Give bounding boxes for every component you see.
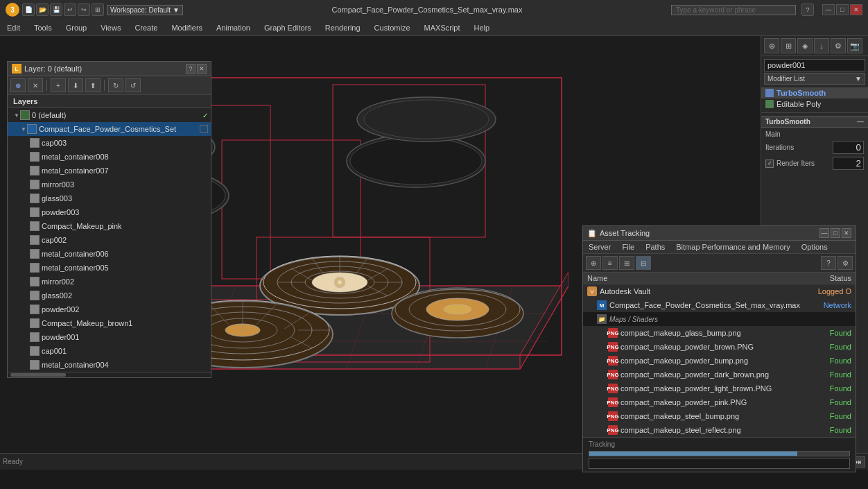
asset-minimize[interactable]: —	[819, 228, 829, 238]
list-item[interactable]: Compact_Makeup_brown1	[8, 316, 211, 330]
rp-icon-1[interactable]: ⊕	[764, 38, 779, 53]
tb-undo[interactable]: ↩	[64, 3, 76, 16]
asset-menu-bitmap[interactable]: Bitmap Performance and Memory	[673, 242, 792, 252]
list-item[interactable]: powder001	[8, 330, 211, 344]
menu-help[interactable]: Help	[467, 19, 497, 35]
asset-row[interactable]: PNG compact_makeup_powder_bump.png Found	[583, 354, 856, 368]
rp-icon-6[interactable]: 📷	[847, 38, 862, 53]
layers-scrollbar[interactable]	[8, 372, 211, 377]
layers-list[interactable]: ▼ 0 (default) ✓ ▼ Compact_Face_Powder_Co…	[8, 108, 211, 372]
asset-row[interactable]: PNG compact_makeup_steel_bump.png Found	[583, 409, 856, 423]
asset-tool-1[interactable]: ⊕	[586, 256, 601, 270]
list-item[interactable]: glass003	[8, 191, 211, 205]
layers-tool-ccw[interactable]: ↺	[125, 78, 141, 92]
tb-save[interactable]: 💾	[50, 3, 62, 16]
layers-tool-delete[interactable]: ✕	[28, 78, 43, 92]
layers-tool-add[interactable]: +	[51, 78, 66, 92]
rp-icon-3[interactable]: ◈	[797, 38, 813, 53]
list-item[interactable]: mirror003	[8, 178, 211, 191]
asset-row[interactable]: PNG compact_makeup_powder_dark_brown.png…	[583, 368, 856, 381]
menu-customize[interactable]: Customize	[367, 19, 417, 35]
layer-checkbox[interactable]	[200, 125, 208, 133]
list-item[interactable]: glass002	[8, 289, 211, 302]
tb-select[interactable]: ⊞	[92, 3, 104, 16]
asset-row-category[interactable]: 📁 Maps / Shaders	[583, 312, 856, 326]
mesh-icon	[30, 360, 40, 370]
asset-row[interactable]: PNG compact_makeup_steel_reflect.png Fou…	[583, 423, 856, 437]
asset-close[interactable]: ✕	[842, 228, 851, 238]
asset-row[interactable]: PNG compact_makeup_glass_bump.png Found	[583, 326, 856, 340]
rp-icon-5[interactable]: ⚙	[831, 38, 846, 53]
workspace-selector[interactable]: Workspace: Default ▼	[107, 5, 183, 15]
asset-tool-3[interactable]: ⊞	[619, 256, 634, 270]
turbosmooth-section[interactable]: TurboSmooth —	[761, 116, 868, 128]
asset-menu-server[interactable]: Server	[586, 242, 614, 252]
tb-new[interactable]: 📄	[22, 3, 35, 16]
object-name-input[interactable]	[764, 59, 865, 71]
menu-create[interactable]: Create	[128, 19, 164, 35]
modifier-list-dropdown[interactable]: Modifier List ▼	[764, 73, 865, 85]
list-item[interactable]: metal_container004	[8, 358, 211, 372]
render-iters-checkbox[interactable]: ✓	[765, 160, 774, 168]
toolbar-help[interactable]: ?	[801, 3, 814, 16]
iterations-input[interactable]	[833, 141, 864, 154]
list-item[interactable]: mirror002	[8, 275, 211, 289]
menu-modifiers[interactable]: Modifiers	[164, 19, 209, 35]
layers-help-btn[interactable]: ?	[186, 64, 196, 74]
list-item[interactable]: metal_container008	[8, 150, 211, 164]
modifier-editable-poly[interactable]: Editable Poly	[761, 98, 868, 110]
menu-tools[interactable]: Tools	[27, 19, 59, 35]
layers-tool-select[interactable]: ⊕	[10, 78, 26, 92]
list-item[interactable]: metal_container006	[8, 247, 211, 261]
list-item[interactable]: metal_container005	[8, 261, 211, 275]
search-box[interactable]: Type a keyword or phrase	[671, 5, 796, 15]
asset-input-bar[interactable]	[589, 458, 850, 469]
list-item[interactable]: Compact_Makeup_pink	[8, 219, 211, 233]
list-item[interactable]: cap001	[8, 344, 211, 358]
layers-tool-cw[interactable]: ↻	[108, 78, 123, 92]
menu-animation[interactable]: Animation	[209, 19, 257, 35]
asset-maximize[interactable]: □	[831, 228, 840, 238]
maximize-btn[interactable]: □	[836, 4, 849, 15]
layers-tool-up[interactable]: ⬆	[85, 78, 101, 92]
asset-tool-2[interactable]: ≡	[602, 256, 618, 270]
rp-icon-4[interactable]: ↓	[814, 38, 829, 53]
rp-icon-2[interactable]: ⊞	[781, 38, 796, 53]
asset-row[interactable]: PNG compact_makeup_powder_pink.PNG Found	[583, 395, 856, 409]
asset-row[interactable]: V Autodesk Vault Logged O	[583, 284, 856, 298]
tb-redo[interactable]: ↪	[78, 3, 90, 16]
layers-tool-down[interactable]: ⬇	[68, 78, 83, 92]
list-item[interactable]: cap003	[8, 136, 211, 150]
tb-open[interactable]: 📂	[36, 3, 49, 16]
menu-views[interactable]: Views	[94, 19, 128, 35]
asset-row[interactable]: PNG compact_makeup_powder_brown.PNG Foun…	[583, 340, 856, 354]
menu-edit[interactable]: Edit	[0, 19, 27, 35]
modifier-turbosmooth[interactable]: TurboSmooth	[761, 87, 868, 98]
minimize-btn[interactable]: —	[822, 4, 835, 15]
layer-item-selected[interactable]: ▼ Compact_Face_Powder_Cosmetics_Set	[8, 122, 211, 136]
close-btn[interactable]: ✕	[850, 4, 862, 15]
layer-expand-icon[interactable]: ▼	[13, 112, 20, 119]
asset-menu-options[interactable]: Options	[799, 242, 831, 252]
menu-group[interactable]: Group	[59, 19, 94, 35]
asset-table[interactable]: V Autodesk Vault Logged O M Compact_Face…	[583, 284, 856, 437]
menu-rendering[interactable]: Rendering	[318, 19, 367, 35]
layer-expand-icon[interactable]: ▼	[20, 126, 27, 132]
asset-settings-btn[interactable]: ⚙	[837, 256, 853, 270]
asset-row[interactable]: PNG compact_makeup_powder_light_brown.PN…	[583, 381, 856, 395]
asset-help-btn[interactable]: ?	[821, 256, 836, 270]
list-item[interactable]: powder003	[8, 205, 211, 219]
layer-item[interactable]: ▼ 0 (default) ✓	[8, 108, 211, 122]
layers-close-btn[interactable]: ✕	[197, 64, 207, 74]
asset-row[interactable]: M Compact_Face_Powder_Cosmetics_Set_max_…	[583, 298, 856, 312]
asset-menu-file[interactable]: File	[619, 242, 637, 252]
render-iters-input[interactable]	[833, 157, 864, 170]
asset-tool-4[interactable]: ⊟	[636, 256, 651, 270]
asset-toolbar: ⊕ ≡ ⊞ ⊟ ? ⚙	[583, 254, 856, 273]
menu-graph-editors[interactable]: Graph Editors	[257, 19, 318, 35]
list-item[interactable]: cap002	[8, 233, 211, 247]
asset-menu-paths[interactable]: Paths	[643, 242, 668, 252]
list-item[interactable]: metal_container007	[8, 164, 211, 178]
menu-maxscript[interactable]: MAXScript	[417, 19, 467, 35]
list-item[interactable]: powder002	[8, 302, 211, 316]
